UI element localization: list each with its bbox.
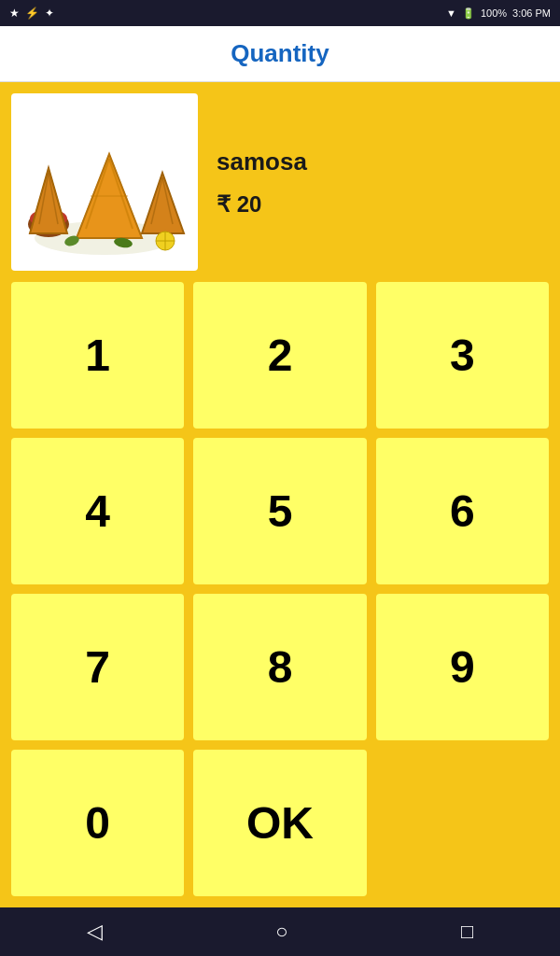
back-button[interactable]: ◁	[87, 920, 103, 944]
num-btn-1[interactable]: 1	[11, 282, 184, 429]
num-btn-2[interactable]: 2	[193, 282, 366, 429]
svg-marker-3	[30, 168, 67, 233]
num-btn-7[interactable]: 7	[11, 594, 184, 740]
num-btn-8[interactable]: 8	[193, 594, 366, 740]
product-image	[11, 93, 198, 271]
num-btn-5[interactable]: 5	[193, 438, 366, 584]
product-row: samosa ₹ 20	[11, 93, 549, 271]
time-display: 3:06 PM	[512, 7, 551, 19]
app-header: Quantity	[0, 26, 560, 82]
product-price: ₹ 20	[217, 191, 307, 218]
recent-apps-button[interactable]: □	[461, 920, 473, 944]
status-right-info: ▼ 🔋 100% 3:06 PM	[446, 7, 551, 20]
star-icon: ★	[9, 7, 20, 20]
ok-button[interactable]: OK	[193, 750, 366, 896]
num-btn-4[interactable]: 4	[11, 438, 184, 584]
wifi-icon: ▼	[446, 7, 456, 19]
status-bar: ★ ⚡ ✦ ▼ 🔋 100% 3:06 PM	[0, 0, 560, 26]
usb-icon: ⚡	[25, 7, 39, 20]
product-info: samosa ₹ 20	[217, 148, 307, 218]
num-btn-3[interactable]: 3	[376, 282, 549, 429]
page-title: Quantity	[231, 39, 329, 68]
battery-icon: 🔋	[462, 7, 475, 20]
product-name: samosa	[217, 148, 307, 176]
main-content: samosa ₹ 20 1 2 3 4 5 6 7 8 9 0 OK	[0, 82, 560, 907]
num-btn-6[interactable]: 6	[376, 438, 549, 584]
num-btn-9[interactable]: 9	[376, 594, 549, 740]
num-btn-0[interactable]: 0	[11, 750, 184, 896]
status-left-icons: ★ ⚡ ✦	[9, 7, 54, 20]
battery-percent: 100%	[481, 7, 507, 19]
numpad: 1 2 3 4 5 6 7 8 9 0 OK	[11, 282, 549, 896]
bluetooth-icon: ✦	[45, 7, 54, 20]
home-button[interactable]: ○	[275, 920, 287, 944]
bottom-nav: ◁ ○ □	[0, 907, 560, 956]
